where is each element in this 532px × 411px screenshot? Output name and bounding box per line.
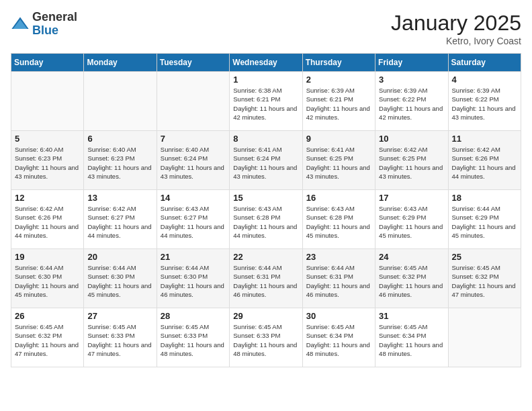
day-info: Sunrise: 6:45 AMSunset: 6:34 PMDaylight:…: [379, 322, 444, 358]
calendar-cell: 19Sunrise: 6:44 AMSunset: 6:30 PMDayligh…: [11, 249, 84, 308]
calendar-header: SundayMondayTuesdayWednesdayThursdayFrid…: [11, 54, 521, 72]
day-number: 11: [452, 134, 517, 144]
day-info: Sunrise: 6:44 AMSunset: 6:30 PMDaylight:…: [87, 263, 152, 299]
calendar-cell: 22Sunrise: 6:44 AMSunset: 6:31 PMDayligh…: [230, 249, 302, 308]
day-number: 31: [379, 311, 444, 321]
day-number: 6: [87, 134, 152, 144]
logo-icon: [11, 15, 30, 34]
day-number: 8: [233, 134, 298, 144]
day-number: 5: [15, 134, 80, 144]
calendar-cell: 30Sunrise: 6:45 AMSunset: 6:34 PMDayligh…: [302, 308, 375, 367]
calendar-cell: 9Sunrise: 6:41 AMSunset: 6:25 PMDaylight…: [302, 131, 375, 190]
day-number: 3: [379, 75, 444, 85]
page-header: General Blue January 2025 Ketro, Ivory C…: [11, 11, 521, 46]
day-info: Sunrise: 6:43 AMSunset: 6:28 PMDaylight:…: [306, 204, 371, 240]
calendar-cell: [84, 72, 157, 131]
calendar-cell: [448, 308, 521, 367]
day-number: 12: [15, 193, 80, 203]
day-info: Sunrise: 6:45 AMSunset: 6:33 PMDaylight:…: [87, 322, 152, 358]
day-number: 19: [15, 252, 80, 262]
day-info: Sunrise: 6:40 AMSunset: 6:23 PMDaylight:…: [87, 145, 152, 181]
calendar-cell: 1Sunrise: 6:38 AMSunset: 6:21 PMDaylight…: [230, 72, 302, 131]
logo: General Blue: [11, 11, 77, 38]
day-number: 18: [452, 193, 517, 203]
day-number: 21: [161, 252, 226, 262]
day-info: Sunrise: 6:44 AMSunset: 6:30 PMDaylight:…: [15, 263, 80, 299]
week-row-2: 5Sunrise: 6:40 AMSunset: 6:23 PMDaylight…: [11, 131, 521, 190]
day-info: Sunrise: 6:42 AMSunset: 6:27 PMDaylight:…: [87, 204, 152, 240]
day-number: 29: [233, 311, 298, 321]
week-row-3: 12Sunrise: 6:42 AMSunset: 6:26 PMDayligh…: [11, 190, 521, 249]
day-number: 7: [161, 134, 226, 144]
day-number: 25: [452, 252, 517, 262]
calendar-cell: 25Sunrise: 6:45 AMSunset: 6:32 PMDayligh…: [448, 249, 521, 308]
day-number: 15: [233, 193, 298, 203]
day-info: Sunrise: 6:43 AMSunset: 6:28 PMDaylight:…: [233, 204, 298, 240]
calendar-cell: 4Sunrise: 6:39 AMSunset: 6:22 PMDaylight…: [448, 72, 521, 131]
calendar-cell: 16Sunrise: 6:43 AMSunset: 6:28 PMDayligh…: [302, 190, 375, 249]
calendar-cell: 8Sunrise: 6:41 AMSunset: 6:24 PMDaylight…: [230, 131, 302, 190]
day-info: Sunrise: 6:44 AMSunset: 6:30 PMDaylight:…: [161, 263, 226, 299]
day-number: 4: [452, 75, 517, 85]
calendar-cell: 29Sunrise: 6:45 AMSunset: 6:33 PMDayligh…: [230, 308, 302, 367]
day-number: 28: [161, 311, 226, 321]
day-info: Sunrise: 6:39 AMSunset: 6:22 PMDaylight:…: [452, 86, 517, 122]
day-info: Sunrise: 6:45 AMSunset: 6:34 PMDaylight:…: [306, 322, 371, 358]
month-title: January 2025: [391, 11, 521, 36]
day-number: 13: [87, 193, 152, 203]
header-cell-wednesday: Wednesday: [230, 54, 302, 72]
calendar-cell: 10Sunrise: 6:42 AMSunset: 6:25 PMDayligh…: [375, 131, 448, 190]
calendar-cell: 14Sunrise: 6:43 AMSunset: 6:27 PMDayligh…: [157, 190, 229, 249]
day-info: Sunrise: 6:39 AMSunset: 6:22 PMDaylight:…: [379, 86, 444, 122]
calendar-cell: 17Sunrise: 6:43 AMSunset: 6:29 PMDayligh…: [375, 190, 448, 249]
calendar-cell: 7Sunrise: 6:40 AMSunset: 6:24 PMDaylight…: [157, 131, 229, 190]
header-cell-tuesday: Tuesday: [157, 54, 229, 72]
logo-blue-text: Blue: [32, 24, 58, 37]
day-info: Sunrise: 6:41 AMSunset: 6:25 PMDaylight:…: [306, 145, 371, 181]
day-number: 30: [306, 311, 371, 321]
calendar-cell: 11Sunrise: 6:42 AMSunset: 6:26 PMDayligh…: [448, 131, 521, 190]
calendar-cell: 21Sunrise: 6:44 AMSunset: 6:30 PMDayligh…: [157, 249, 229, 308]
day-info: Sunrise: 6:40 AMSunset: 6:23 PMDaylight:…: [15, 145, 80, 181]
calendar-cell: [157, 72, 229, 131]
day-number: 20: [87, 252, 152, 262]
calendar-cell: 18Sunrise: 6:44 AMSunset: 6:29 PMDayligh…: [448, 190, 521, 249]
calendar-cell: 13Sunrise: 6:42 AMSunset: 6:27 PMDayligh…: [84, 190, 157, 249]
header-row: SundayMondayTuesdayWednesdayThursdayFrid…: [11, 54, 521, 72]
day-number: 23: [306, 252, 371, 262]
day-info: Sunrise: 6:45 AMSunset: 6:32 PMDaylight:…: [379, 263, 444, 299]
calendar-cell: 23Sunrise: 6:44 AMSunset: 6:31 PMDayligh…: [302, 249, 375, 308]
day-number: 10: [379, 134, 444, 144]
day-info: Sunrise: 6:44 AMSunset: 6:29 PMDaylight:…: [452, 204, 517, 240]
day-info: Sunrise: 6:39 AMSunset: 6:21 PMDaylight:…: [306, 86, 371, 122]
day-number: 14: [161, 193, 226, 203]
calendar-cell: 6Sunrise: 6:40 AMSunset: 6:23 PMDaylight…: [84, 131, 157, 190]
title-block: January 2025 Ketro, Ivory Coast: [391, 11, 521, 46]
calendar-cell: 27Sunrise: 6:45 AMSunset: 6:33 PMDayligh…: [84, 308, 157, 367]
day-number: 17: [379, 193, 444, 203]
header-cell-saturday: Saturday: [448, 54, 521, 72]
week-row-5: 26Sunrise: 6:45 AMSunset: 6:32 PMDayligh…: [11, 308, 521, 367]
calendar-cell: 28Sunrise: 6:45 AMSunset: 6:33 PMDayligh…: [157, 308, 229, 367]
location: Ketro, Ivory Coast: [391, 36, 521, 46]
header-cell-sunday: Sunday: [11, 54, 84, 72]
day-info: Sunrise: 6:42 AMSunset: 6:26 PMDaylight:…: [452, 145, 517, 181]
header-cell-friday: Friday: [375, 54, 448, 72]
day-info: Sunrise: 6:43 AMSunset: 6:27 PMDaylight:…: [161, 204, 226, 240]
logo-general-text: General: [32, 10, 77, 24]
calendar-cell: 12Sunrise: 6:42 AMSunset: 6:26 PMDayligh…: [11, 190, 84, 249]
day-number: 2: [306, 75, 371, 85]
day-info: Sunrise: 6:42 AMSunset: 6:26 PMDaylight:…: [15, 204, 80, 240]
day-number: 16: [306, 193, 371, 203]
day-number: 26: [15, 311, 80, 321]
day-number: 24: [379, 252, 444, 262]
calendar-cell: 3Sunrise: 6:39 AMSunset: 6:22 PMDaylight…: [375, 72, 448, 131]
day-info: Sunrise: 6:41 AMSunset: 6:24 PMDaylight:…: [233, 145, 298, 181]
day-info: Sunrise: 6:45 AMSunset: 6:32 PMDaylight:…: [452, 263, 517, 299]
calendar-cell: [11, 72, 84, 131]
day-number: 1: [233, 75, 298, 85]
day-info: Sunrise: 6:45 AMSunset: 6:33 PMDaylight:…: [233, 322, 298, 358]
day-info: Sunrise: 6:45 AMSunset: 6:33 PMDaylight:…: [161, 322, 226, 358]
calendar-cell: 20Sunrise: 6:44 AMSunset: 6:30 PMDayligh…: [84, 249, 157, 308]
week-row-1: 1Sunrise: 6:38 AMSunset: 6:21 PMDaylight…: [11, 72, 521, 131]
